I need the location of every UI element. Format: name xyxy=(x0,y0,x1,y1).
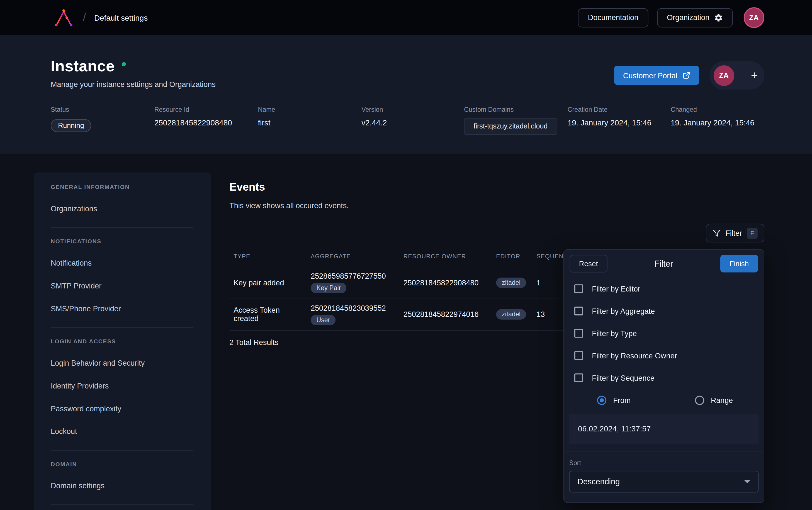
resource-id-label: Resource Id xyxy=(154,106,258,113)
sidebar-item-notifications[interactable]: Notifications xyxy=(51,259,211,267)
checkbox-icon[interactable] xyxy=(574,284,583,293)
radio-from[interactable]: From xyxy=(564,396,664,405)
checkbox-icon[interactable] xyxy=(574,329,583,338)
column-type[interactable]: TYPE xyxy=(229,253,311,267)
aggregate-id: 250281845823039552 xyxy=(311,304,404,312)
gear-icon xyxy=(714,13,723,22)
custom-domain-value[interactable]: first-tqszuy.zitadel.cloud xyxy=(464,118,557,135)
external-link-icon xyxy=(683,72,690,79)
sidebar-item-identity-providers[interactable]: Identity Providers xyxy=(51,382,211,390)
meta-custom-domains: Custom Domains first-tqszuy.zitadel.clou… xyxy=(464,106,568,134)
status-green-dot xyxy=(122,62,126,66)
column-editor[interactable]: EDITOR xyxy=(496,253,536,267)
page-title-row: Instance xyxy=(51,57,126,75)
custom-domains-label: Custom Domains xyxy=(464,106,568,113)
filter-panel-divider xyxy=(564,452,764,452)
changed-label: Changed xyxy=(671,106,781,113)
checkbox-icon[interactable] xyxy=(574,351,583,360)
date-input[interactable]: 06.02.2024, 11:37:57 xyxy=(569,415,758,444)
sort-select[interactable]: Descending xyxy=(569,471,758,492)
sidebar-item-organizations[interactable]: Organizations xyxy=(51,204,211,213)
resource-owner: 250281845822974016 xyxy=(404,310,496,318)
organization-button-label: Organization xyxy=(667,13,709,22)
column-aggregate[interactable]: AGGREGATE xyxy=(311,253,404,267)
sidebar-section-notifications: NOTIFICATIONS xyxy=(51,238,211,245)
top-navbar: / Default settings Documentation Organiz… xyxy=(0,0,812,35)
status-badge: Running xyxy=(51,119,91,132)
radio-range[interactable]: Range xyxy=(664,396,764,405)
sidebar-item-smtp-provider[interactable]: SMTP Provider xyxy=(51,282,211,290)
sidebar-section-general-information: GENERAL INFORMATION xyxy=(51,184,211,190)
aggregate-type-chip: Key Pair xyxy=(311,283,347,293)
name-label: Name xyxy=(258,106,361,113)
finish-button[interactable]: Finish xyxy=(720,255,758,272)
radio-range-label: Range xyxy=(711,396,733,405)
sidebar-item-lockout[interactable]: Lockout xyxy=(51,427,211,435)
checkbox-label: Filter by Resource Owner xyxy=(592,351,677,360)
filter-by-type-option[interactable]: Filter by Type xyxy=(564,322,764,344)
filter-panel-title: Filter xyxy=(654,259,673,268)
page-subtitle: Manage your instance settings and Organi… xyxy=(51,80,216,89)
sort-select-value: Descending xyxy=(577,477,620,486)
reset-button[interactable]: Reset xyxy=(570,255,607,272)
funnel-icon xyxy=(713,229,721,237)
sidebar-item-domain-settings[interactable]: Domain settings xyxy=(51,482,211,490)
app-root: / Default settings Documentation Organiz… xyxy=(0,0,812,510)
user-avatar[interactable]: ZA xyxy=(744,7,764,28)
customer-portal-button[interactable]: Customer Portal xyxy=(614,66,699,85)
sequence-mode-radio-group: From Range xyxy=(564,389,764,412)
checkbox-icon[interactable] xyxy=(574,373,583,382)
filter-button[interactable]: Filter F xyxy=(706,224,764,243)
filter-by-sequence-option[interactable]: Filter by Sequence xyxy=(564,367,764,389)
breadcrumb-separator: / xyxy=(83,11,86,24)
context-label: Default settings xyxy=(94,13,148,22)
meta-version: Version v2.44.2 xyxy=(361,106,464,134)
instance-avatar-group: ZA + xyxy=(709,61,764,89)
sidebar-section-domain: DOMAIN xyxy=(51,461,211,467)
aggregate-type-chip: User xyxy=(311,315,336,325)
instance-meta-row: Status Running Resource Id 2502818458229… xyxy=(51,106,781,134)
event-editor: zitadel xyxy=(496,277,536,288)
filter-by-editor-option[interactable]: Filter by Editor xyxy=(564,278,764,300)
sort-label: Sort xyxy=(569,459,764,466)
meta-status: Status Running xyxy=(51,106,154,134)
event-aggregate: 250281845823039552 User xyxy=(311,304,404,325)
sidebar-divider xyxy=(51,450,193,451)
sidebar-divider xyxy=(51,227,193,228)
instance-avatar[interactable]: ZA xyxy=(714,65,734,86)
page-title: Instance xyxy=(51,57,115,75)
editor-chip: zitadel xyxy=(496,309,526,319)
checkbox-icon[interactable] xyxy=(574,307,583,315)
checkbox-label: Filter by Aggregate xyxy=(592,307,655,315)
organization-button[interactable]: Organization xyxy=(657,8,733,27)
creation-date-value: 19. January 2024, 15:46 xyxy=(568,118,671,127)
name-value: first xyxy=(258,118,361,127)
radio-selected-icon[interactable] xyxy=(597,396,606,405)
event-editor: zitadel xyxy=(496,309,536,319)
meta-name: Name first xyxy=(258,106,361,134)
version-value: v2.44.2 xyxy=(361,118,464,127)
radio-unselected-icon[interactable] xyxy=(695,396,704,405)
filter-panel-header: Reset Filter Finish xyxy=(564,250,764,278)
filter-by-aggregate-option[interactable]: Filter by Aggregate xyxy=(564,300,764,322)
column-resource-owner[interactable]: RESOURCE OWNER xyxy=(404,253,496,267)
zitadel-logo-icon[interactable] xyxy=(52,6,76,29)
filter-panel: Reset Filter Finish Filter by Editor Fil… xyxy=(563,249,764,503)
changed-value: 19. January 2024, 15:46 xyxy=(671,118,781,127)
documentation-button[interactable]: Documentation xyxy=(578,8,648,27)
radio-from-label: From xyxy=(613,396,631,405)
filter-shortcut-badge: F xyxy=(747,228,758,238)
events-description: This view shows all occured events. xyxy=(229,201,812,210)
filter-by-resource-owner-option[interactable]: Filter by Resource Owner xyxy=(564,344,764,367)
resource-owner: 250281845822908480 xyxy=(404,278,496,287)
meta-resource-id: Resource Id 250281845822908480 xyxy=(154,106,258,134)
sidebar-item-login-behavior[interactable]: Login Behavior and Security xyxy=(51,359,211,367)
plus-icon[interactable]: + xyxy=(751,70,758,81)
sidebar-item-password-complexity[interactable]: Password complexity xyxy=(51,404,211,413)
sidebar-divider xyxy=(51,328,193,328)
events-title: Events xyxy=(229,181,812,193)
meta-changed: Changed 19. January 2024, 15:46 xyxy=(671,106,781,134)
sidebar-item-sms-phone-provider[interactable]: SMS/Phone Provider xyxy=(51,305,211,313)
checkbox-label: Filter by Type xyxy=(592,329,637,338)
sidebar-divider xyxy=(51,504,193,505)
